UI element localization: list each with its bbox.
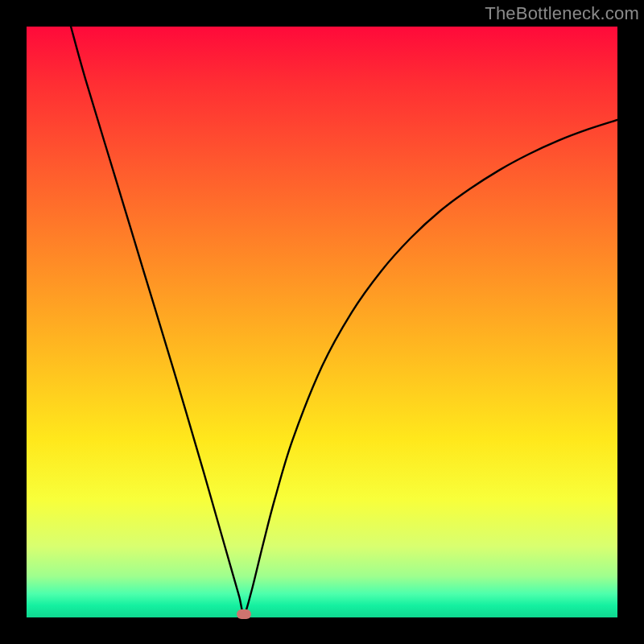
optimum-marker (237, 609, 251, 619)
bottleneck-curve (27, 27, 617, 617)
chart-frame: TheBottleneck.com (0, 0, 644, 644)
watermark-text: TheBottleneck.com (485, 3, 639, 24)
